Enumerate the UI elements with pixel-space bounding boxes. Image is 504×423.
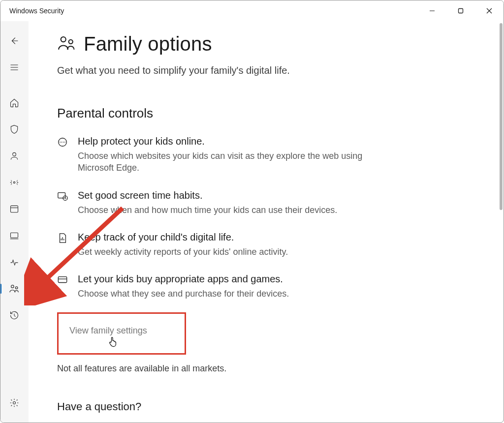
window-controls [418,0,504,21]
feature-activity-reports: Keep track of your child's digital life.… [57,232,484,258]
nav-settings[interactable] [3,392,25,414]
feature-title: Keep track of your child's digital life. [78,232,288,243]
minimize-button[interactable] [418,0,446,21]
maximize-button[interactable] [446,0,475,21]
disclaimer-text: Not all features are available in all ma… [57,363,484,374]
close-button[interactable] [475,0,504,21]
cursor-hand-icon [108,336,118,350]
scrollbar[interactable] [500,23,503,210]
nav-virus-protection[interactable] [3,119,25,140]
page-subtitle: Get what you need to simplify your famil… [57,65,484,76]
feature-title: Set good screen time habits. [78,190,337,201]
nav-home[interactable] [3,92,25,114]
svg-point-8 [13,152,16,156]
hamburger-menu-button[interactable] [3,57,25,78]
svg-point-19 [61,37,66,42]
svg-rect-1 [459,9,463,13]
feature-desc: Choose what they see and purchase for th… [78,288,289,300]
view-family-settings-highlight: View family settings [57,312,186,355]
nav-device-performance[interactable] [3,251,25,273]
nav-protection-history[interactable] [3,304,25,326]
feature-title: Help protect your kids online. [78,136,383,147]
page-title: Family options [84,33,212,55]
svg-point-21 [59,138,67,147]
svg-point-14 [11,285,14,288]
question-heading: Have a question? [57,400,484,413]
svg-rect-30 [58,277,66,283]
svg-point-15 [15,287,18,289]
svg-point-9 [13,181,15,183]
svg-line-17 [14,316,16,317]
globe-icon [57,137,69,174]
family-options-icon [57,34,76,55]
nav-rail [0,21,29,423]
svg-rect-12 [11,233,18,238]
svg-rect-23 [58,192,65,198]
nav-firewall[interactable] [3,172,25,193]
main-content: Family options Get what you need to simp… [29,21,504,423]
feature-title: Let your kids buy appropriate apps and g… [78,273,289,285]
credit-card-icon [57,274,69,300]
nav-app-browser-control[interactable] [3,198,25,220]
feature-desc: Choose when and how much time your kids … [78,204,337,216]
section-title: Parental controls [57,106,484,121]
svg-rect-10 [11,206,18,212]
nav-device-security[interactable] [3,225,25,246]
feature-protect-online: Help protect your kids online. Choose wh… [57,136,484,174]
screen-time-icon [57,191,69,216]
feature-desc: Get weekly activity reports of your kids… [78,246,288,258]
page-header: Family options [57,33,484,55]
feature-purchases: Let your kids buy appropriate apps and g… [57,273,484,300]
nav-family-options[interactable] [3,278,25,300]
svg-point-18 [13,402,16,404]
nav-account-protection[interactable] [3,145,25,167]
svg-point-20 [69,39,73,43]
feature-screen-time: Set good screen time habits. Choose when… [57,190,484,216]
view-family-settings-link[interactable]: View family settings [69,326,147,336]
svg-line-26 [65,198,66,198]
back-button[interactable] [3,30,25,52]
feature-desc: Choose which websites your kids can visi… [78,150,383,174]
feature-list: Help protect your kids online. Choose wh… [57,136,484,300]
titlebar: Windows Security [0,0,504,21]
window-title: Windows Security [9,7,64,15]
report-icon [57,233,69,258]
